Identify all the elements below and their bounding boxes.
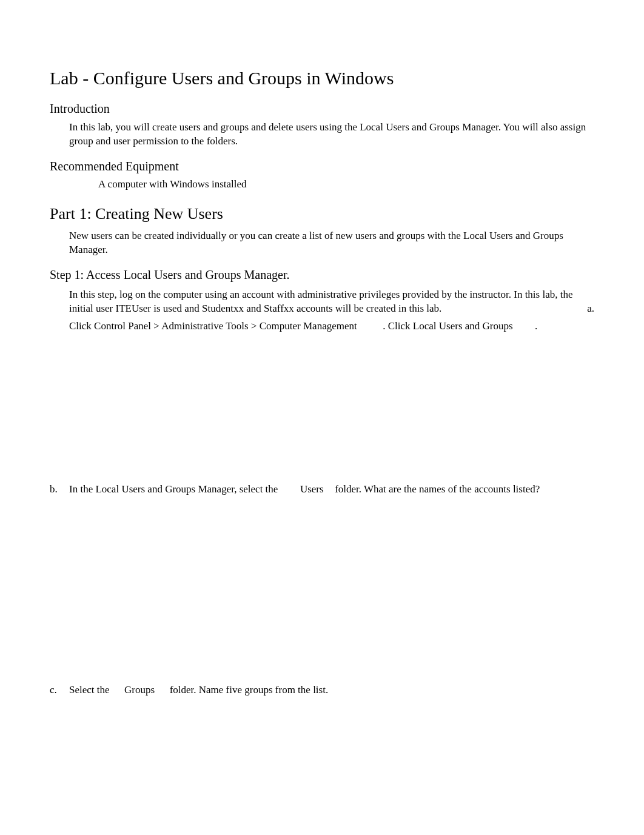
step1-b-prefix: In the Local Users and Groups Manager, s… (69, 483, 278, 495)
step1-c-marker: c. (50, 683, 69, 697)
step1-a-end: . (535, 320, 537, 332)
introduction-text: In this lab, you will create users and g… (69, 121, 594, 149)
step1-prefix-text: In this step, log on the computer using … (69, 289, 572, 314)
part1-heading: Part 1: Creating New Users (50, 205, 594, 223)
bullet-icon (69, 178, 98, 190)
equipment-item: A computer with Windows installed (98, 178, 594, 190)
step1-c-content: Select the Groups folder. Name five grou… (69, 683, 594, 697)
step1-a-click: Click (69, 320, 92, 332)
step1-b-folder: Users (300, 483, 324, 495)
lab-title: Lab - Configure Users and Groups in Wind… (50, 68, 594, 89)
step1-a-path: Control Panel > Administrative Tools > C… (94, 320, 357, 332)
step1-heading: Step 1: Access Local Users and Groups Ma… (50, 268, 594, 282)
step1-c-prefix: Select the (69, 684, 110, 696)
step1-b-content: In the Local Users and Groups Manager, s… (69, 483, 594, 497)
step1-b-marker: b. (50, 483, 69, 497)
equipment-bullet: A computer with Windows installed (69, 178, 594, 190)
part1-intro: New users can be created individually or… (69, 229, 594, 257)
step1-a-marker: a. (587, 302, 594, 316)
step1-b-suffix: folder. What are the names of the accoun… (335, 483, 540, 495)
step1-c-suffix: folder. Name five groups from the list. (170, 684, 329, 696)
step1-c-folder: Groups (124, 684, 155, 696)
step1-paragraph: In this step, log on the computer using … (69, 288, 594, 316)
step1-b-row: b. In the Local Users and Groups Manager… (50, 483, 594, 497)
step1-a-target: Local Users and Groups (413, 320, 513, 332)
equipment-heading: Recommended Equipment (50, 159, 594, 173)
step1-a-mid: . Click (383, 320, 410, 332)
step1-a-content: Click Control Panel > Administrative Too… (69, 320, 594, 334)
introduction-heading: Introduction (50, 102, 594, 116)
step1-c-row: c. Select the Groups folder. Name five g… (50, 683, 594, 697)
